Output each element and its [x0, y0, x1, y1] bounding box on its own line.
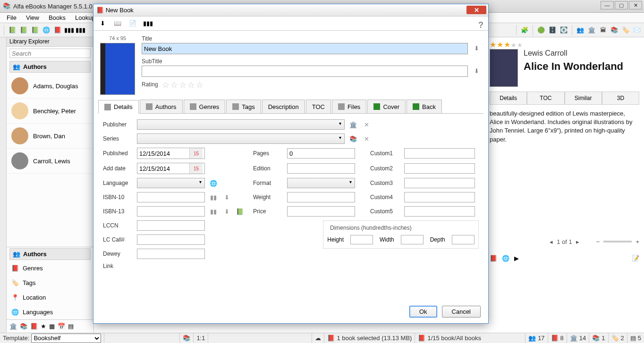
download-icon[interactable]: ⬇ [222, 192, 231, 202]
zoom-slider[interactable] [603, 241, 632, 243]
custom4-input[interactable] [404, 192, 475, 202]
lccn-input[interactable] [137, 220, 205, 231]
custom2-input[interactable] [404, 163, 475, 174]
tag-icon[interactable]: 🏷️ [620, 25, 631, 35]
format-combo[interactable] [287, 178, 355, 188]
author-item[interactable]: Benchley, Peter [7, 99, 93, 124]
barcode-icon[interactable]: ▮▮ [209, 207, 218, 216]
add-books-icon[interactable]: 📗 [18, 25, 29, 35]
cloud-icon[interactable]: ☁ [315, 335, 321, 342]
calendar-small-icon[interactable]: 📅 [58, 323, 65, 330]
pages-input[interactable] [287, 148, 355, 159]
adddate-date[interactable]: 15 [137, 163, 205, 174]
star-icon[interactable]: ☆ [187, 80, 195, 90]
authors-icon[interactable]: 👥 [575, 25, 585, 35]
tab-3d[interactable]: 3D [602, 92, 639, 105]
series-clear-icon[interactable]: ✕ [362, 134, 371, 143]
close-window-button[interactable]: ✕ [629, 1, 642, 9]
tab-details[interactable]: Details [98, 100, 139, 114]
star-icon[interactable]: ☆ [170, 80, 178, 90]
page-icon[interactable]: 📄 [127, 18, 138, 29]
tab-details[interactable]: Details [490, 92, 527, 105]
calendar-icon[interactable]: 15 [189, 148, 203, 159]
depth-input[interactable] [452, 235, 475, 244]
tab-description[interactable]: Description [262, 100, 305, 113]
price-input[interactable] [287, 206, 355, 217]
sidebar-item-tags[interactable]: 🏷️Tags [7, 276, 93, 290]
sidebar-item-location[interactable]: 📍Location [7, 290, 93, 305]
menu-books[interactable]: Books [45, 13, 69, 22]
custom5-input[interactable] [404, 206, 475, 217]
books-icon[interactable]: 📚 [609, 25, 619, 35]
tab-authors[interactable]: Authors [140, 100, 183, 113]
add-folder-icon[interactable]: 📗 [30, 25, 40, 35]
height-input[interactable] [350, 235, 373, 244]
book-small-icon[interactable]: 📕 [30, 323, 38, 330]
weight-input[interactable] [287, 192, 355, 202]
barcode-icon[interactable]: ▮▮▮ [64, 25, 74, 35]
maximize-button[interactable]: ▢ [615, 1, 628, 9]
bookshelf-icon[interactable]: 📕 [490, 255, 497, 262]
explorer-search-input[interactable] [9, 49, 91, 58]
tab-cover[interactable]: Cover [367, 100, 406, 113]
play-icon[interactable]: ▶ [514, 255, 519, 262]
publisher-lookup-icon[interactable]: 🏛️ [348, 120, 358, 129]
disk-icon[interactable]: 💽 [559, 25, 569, 35]
dialog-cover[interactable]: 74 x 95 [100, 35, 135, 95]
dialog-close-button[interactable]: ✕ [466, 6, 486, 14]
globe-icon[interactable]: 🌐 [209, 178, 218, 188]
star-icon[interactable]: ☆ [196, 80, 203, 90]
template-select[interactable]: Bookshelf [31, 334, 101, 343]
help-icon[interactable]: ? [478, 20, 483, 30]
authors-header[interactable]: 👥Authors [9, 61, 91, 73]
published-date[interactable]: 15 [137, 148, 205, 159]
series-combo[interactable] [137, 134, 345, 144]
download-icon[interactable]: ⬇ [222, 207, 231, 216]
language-combo[interactable] [137, 178, 205, 188]
barcode-icon[interactable]: ▮▮▮ [143, 18, 153, 29]
zoom-out-icon[interactable]: − [596, 238, 600, 245]
tab-toc[interactable]: TOC [527, 92, 564, 105]
title-input[interactable] [142, 43, 468, 54]
download-title-icon[interactable]: ⬇ [472, 43, 482, 53]
library-icon[interactable]: 🏛️ [586, 25, 597, 35]
minimize-button[interactable]: — [601, 1, 614, 9]
custom3-input[interactable] [404, 178, 475, 188]
menu-view[interactable]: View [22, 13, 43, 22]
grid-small-icon[interactable]: ▦ [49, 323, 55, 330]
list-small-icon[interactable]: ▤ [68, 323, 74, 330]
edit-icon[interactable]: 📝 [632, 255, 639, 262]
tab-toc[interactable]: TOC [306, 100, 331, 113]
dewey-input[interactable] [137, 249, 205, 259]
star-small-icon[interactable]: ★ [41, 323, 46, 330]
pager-next-icon[interactable]: ▸ [576, 238, 579, 245]
tab-tags[interactable]: Tags [226, 100, 261, 113]
calendar-icon[interactable]: 15 [189, 163, 203, 174]
star-icon[interactable]: ☆ [179, 80, 186, 90]
tab-back[interactable]: Back [407, 100, 442, 113]
books-small-icon[interactable]: 📚 [20, 323, 27, 330]
author-item[interactable]: Brown, Dan [7, 124, 93, 149]
cancel-button[interactable]: Cancel [442, 306, 481, 318]
lccall-input[interactable] [137, 234, 205, 245]
barcode2-icon[interactable]: ▮▮▮ [75, 25, 85, 35]
tab-similar[interactable]: Similar [565, 92, 602, 105]
ok-button[interactable]: Ok [409, 306, 437, 318]
book-add-icon[interactable]: 📗 [235, 207, 245, 216]
publisher-combo[interactable] [137, 119, 345, 130]
custom1-input[interactable] [404, 148, 475, 159]
pager-prev-icon[interactable]: ◂ [550, 238, 553, 245]
author-item[interactable]: Carroll, Lewis [7, 149, 93, 174]
subtitle-input[interactable] [142, 66, 468, 77]
series-lookup-icon[interactable]: 📚 [348, 134, 358, 143]
db-icon[interactable]: 🗄️ [547, 25, 558, 35]
star-icon[interactable]: ☆ [162, 80, 169, 90]
scan-icon[interactable]: 📕 [52, 25, 63, 35]
library-small-icon[interactable]: 🏛️ [9, 323, 17, 330]
width-input[interactable] [401, 235, 424, 244]
series-icon[interactable]: 🏛 [598, 25, 608, 35]
import-icon[interactable]: ⬇ [97, 18, 108, 29]
barcode-icon[interactable]: ▮▮ [209, 192, 218, 202]
db-add-icon[interactable]: 🟢 [536, 25, 546, 35]
sidebar-item-languages[interactable]: 🌐Languages [7, 305, 93, 319]
